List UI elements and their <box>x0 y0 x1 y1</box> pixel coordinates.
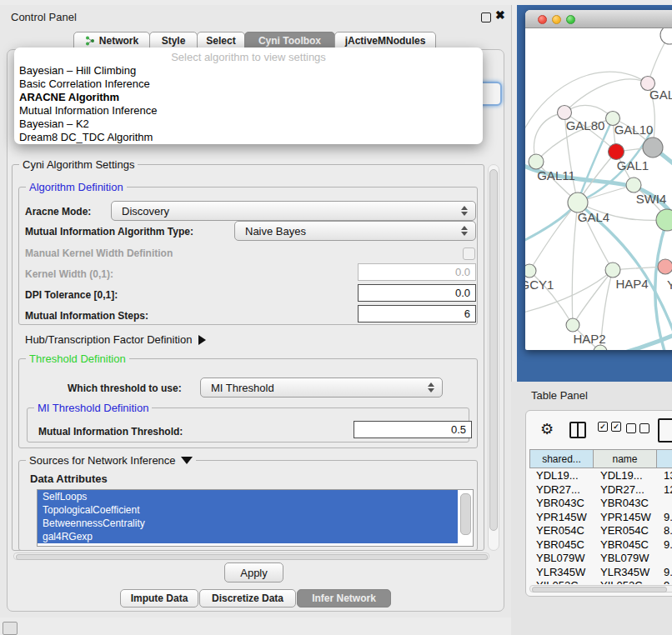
kernel-width-field[interactable]: 0.0 <box>358 263 476 281</box>
tab-infer-network[interactable]: Infer Network <box>297 589 391 608</box>
column-header-1[interactable]: shared... <box>529 449 594 468</box>
split-columns-icon[interactable] <box>569 422 586 438</box>
table-hscrollbar-thumb[interactable] <box>532 587 667 592</box>
tab-label: jActiveMNodules <box>345 35 426 47</box>
network-edge[interactable] <box>525 270 613 313</box>
dpi-tolerance-field[interactable]: 0.0 <box>358 284 476 302</box>
mi-algorithm-type-select[interactable]: Naive Bayes <box>234 221 476 241</box>
checked-columns-icon[interactable]: ✓✓ <box>598 422 621 432</box>
minimize-traffic-light-icon[interactable] <box>552 15 561 24</box>
table-row[interactable]: YDL19...YDL19...13 <box>529 469 672 483</box>
settings-hscrollbar-thumb[interactable] <box>16 554 488 560</box>
table-cell: YIL052C <box>600 579 643 584</box>
close-icon[interactable]: ✖ <box>495 8 505 22</box>
data-attributes-list[interactable]: SelfLoopsTopologicalCoefficientBetweenne… <box>37 489 474 547</box>
network-window: GAL2GAL80GAL10GAL1GAL11SWI4GAL4GCY1HAP4Y… <box>525 10 672 350</box>
table-hscrollbar[interactable] <box>529 585 672 592</box>
network-edge-thick[interactable] <box>655 220 667 350</box>
network-node[interactable] <box>658 259 672 274</box>
collapse-down-icon <box>181 457 193 464</box>
algorithm-option[interactable]: Dream8 DC_TDC Algorithm <box>19 131 469 144</box>
mi-algorithm-type-value: Naive Bayes <box>235 225 457 238</box>
close-traffic-light-icon[interactable] <box>538 15 547 24</box>
network-node[interactable] <box>609 144 624 160</box>
table-cell: 8. <box>664 524 672 538</box>
algorithm-option[interactable]: Bayesian – K2 <box>19 118 469 131</box>
table-row[interactable]: YPR145WYPR145W9. <box>529 511 672 525</box>
network-edge[interactable] <box>564 79 648 112</box>
settings-scrollbar[interactable] <box>488 164 499 551</box>
tab-style[interactable]: Style <box>149 32 198 49</box>
manual-kernel-label: Manual Kernel Width Definition <box>25 248 173 259</box>
zoom-traffic-light-icon[interactable] <box>566 15 575 24</box>
which-threshold-select[interactable]: MI Threshold <box>200 378 443 398</box>
table-row[interactable]: YDR27...YDR27...12 <box>529 483 672 498</box>
tab-select[interactable]: Select <box>197 32 245 49</box>
tab-jactivemnodules[interactable]: jActiveMNodules <box>334 32 436 49</box>
network-node[interactable] <box>660 28 672 44</box>
mi-threshold-field[interactable]: 0.5 <box>354 421 472 438</box>
network-node[interactable] <box>566 318 579 332</box>
network-node[interactable] <box>529 154 544 169</box>
network-node[interactable] <box>525 264 536 278</box>
aracne-mode-select[interactable]: Discovery <box>111 201 476 221</box>
tab-cyni-toolbox[interactable]: Cyni Toolbox <box>244 32 335 49</box>
table-panel-title: Table Panel <box>531 389 588 402</box>
attribute-item[interactable]: gal4RGexp <box>38 530 458 543</box>
column-header-2[interactable]: name <box>594 449 657 468</box>
attribute-item[interactable]: BetweennessCentrality <box>38 517 458 530</box>
algorithm-option[interactable]: Mutual Information Inference <box>19 104 469 118</box>
table-cell: YPR145W <box>600 511 651 525</box>
mi-threshold-value: 0.5 <box>451 423 471 436</box>
document-icon[interactable] <box>658 418 672 442</box>
table-row[interactable]: YBR045CYBR045C9. <box>529 538 672 552</box>
network-window-titlebar[interactable] <box>525 10 672 28</box>
attribute-item[interactable]: TopologicalCoefficient <box>38 503 458 517</box>
table-row[interactable]: YER054CYER054C8. <box>529 524 672 538</box>
network-node[interactable] <box>626 178 641 192</box>
table-panel-box: ⚙ ✓✓ shared...nameA YDL19...YDL19...13YD… <box>525 410 672 597</box>
dpi-tolerance-value: 0.0 <box>455 287 475 299</box>
algorithm-option[interactable]: Bayesian – Hill Climbing <box>19 64 469 78</box>
settings-hscrollbar[interactable] <box>13 552 489 560</box>
network-node[interactable] <box>643 138 663 158</box>
tab-impute-data[interactable]: Impute Data <box>120 589 198 608</box>
unchecked-columns-icon[interactable] <box>626 423 649 433</box>
network-node-label: GAL10 <box>614 122 654 137</box>
combo-arrows-icon <box>457 206 475 216</box>
network-node-label: GCY1 <box>525 278 554 292</box>
algorithm-option[interactable]: ARACNE Algorithm <box>19 91 469 104</box>
algorithm-option[interactable]: Basic Correlation Inference <box>19 78 469 91</box>
network-edge[interactable] <box>529 202 578 271</box>
network-node[interactable] <box>558 106 572 120</box>
table-row[interactable]: YBL079WYBL079W <box>529 552 672 566</box>
tab-network[interactable]: Network <box>73 32 150 49</box>
manual-kernel-checkbox[interactable] <box>463 248 475 260</box>
aracne-mode-value: Discovery <box>112 205 457 218</box>
table-row[interactable]: YLR345WYLR345W9. <box>529 566 672 580</box>
network-node[interactable] <box>605 262 620 278</box>
float-icon[interactable] <box>481 12 491 22</box>
table-cell: YBR043C <box>536 497 584 511</box>
network-node[interactable] <box>656 209 672 231</box>
table-row[interactable]: YBR043CYBR043C <box>529 497 672 511</box>
table-row[interactable]: YIL052CYIL052C9 <box>529 579 672 584</box>
network-node-label: GAL11 <box>537 168 575 182</box>
attributes-scrollbar-thumb[interactable] <box>460 493 471 535</box>
hub-definition-expander[interactable]: Hub/Transcription Factor Definition <box>25 333 206 346</box>
kernel-width-label: Kernel Width (0,1): <box>25 268 113 280</box>
application-window: Control Panel ✖ NetworkStyleSelectCyni T… <box>0 0 672 635</box>
gear-icon[interactable]: ⚙ <box>540 422 554 437</box>
mi-steps-field[interactable]: 6 <box>358 305 476 322</box>
attribute-item[interactable]: SelfLoops <box>38 490 458 503</box>
column-header-3[interactable]: A <box>657 449 672 468</box>
settings-scrollbar-thumb[interactable] <box>489 169 498 531</box>
panel-corner-button[interactable] <box>3 622 18 635</box>
table-cell: YER054C <box>600 524 649 538</box>
table-cell: 13 <box>664 469 672 483</box>
apply-button[interactable]: Apply <box>224 562 283 582</box>
table-cell: YDL19... <box>536 469 579 483</box>
tab-discretize-data[interactable]: Discretize Data <box>199 589 296 608</box>
sources-title-row[interactable]: Sources for Network Inference <box>26 454 196 467</box>
network-canvas[interactable]: GAL2GAL80GAL10GAL1GAL11SWI4GAL4GCY1HAP4Y… <box>525 28 672 350</box>
